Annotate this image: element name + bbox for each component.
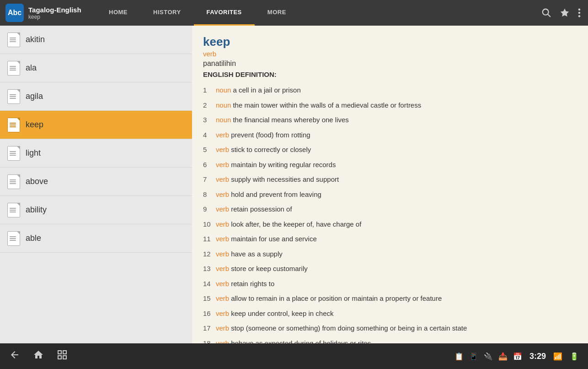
clipboard-icon: 📋	[454, 352, 464, 361]
list-item: 7verbsupply with necessities and support	[203, 172, 577, 187]
list-item: 16verbkeep under control, keep in check	[203, 306, 577, 321]
list-item: 11verbmaintain for use and service	[203, 232, 577, 247]
list-item: 1nouna cell in a jail or prison	[203, 83, 577, 98]
entry-text: maintain by writing regular records	[231, 160, 336, 170]
entry-pos: verb	[216, 249, 229, 260]
top-actions	[534, 8, 588, 18]
entry-num: 13	[203, 264, 214, 274]
tab-home[interactable]: HOME	[96, 0, 140, 26]
entry-num: 7	[203, 174, 214, 185]
entry-pos: verb	[216, 309, 229, 319]
entry-num: 18	[203, 338, 214, 344]
sidebar: akitin ala agila keep light above abilit…	[0, 26, 192, 343]
status-time: 3:29	[529, 352, 546, 361]
bottom-nav	[9, 349, 68, 363]
def-entries: 1nouna cell in a jail or prison2nounthe …	[203, 83, 577, 343]
entry-num: 17	[203, 323, 214, 334]
entry-pos: verb	[216, 219, 229, 230]
entry-text: supply with necessities and support	[231, 174, 339, 185]
back-button[interactable]	[9, 349, 20, 363]
entry-num: 8	[203, 190, 214, 200]
entry-pos: verb	[216, 293, 229, 304]
download-icon: 📥	[498, 352, 508, 361]
entry-pos: verb	[216, 174, 229, 185]
app-icon: Abc	[5, 4, 24, 22]
entry-text: the main tower within the walls of a med…	[233, 100, 421, 111]
entry-text: prevent (food) from rotting	[231, 130, 310, 141]
list-item: 2nounthe main tower within the walls of …	[203, 98, 577, 113]
sidebar-item-light[interactable]: light	[0, 139, 192, 168]
entry-num: 10	[203, 219, 214, 230]
entry-pos: verb	[216, 190, 229, 200]
def-translation: panatilihin	[203, 60, 577, 68]
word-icon	[7, 146, 20, 161]
entry-text: retain rights to	[231, 279, 274, 289]
sidebar-word: ala	[26, 63, 37, 73]
list-item: 13verbstore or keep customarily	[203, 261, 577, 277]
recents-button[interactable]	[57, 349, 68, 363]
bottom-bar: 📋 📱 🔌 📥 📅 3:29 📶 🔋	[0, 343, 588, 369]
svg-line-1	[548, 14, 550, 16]
tab-history[interactable]: HISTORY	[140, 0, 194, 26]
entry-pos: verb	[216, 204, 229, 215]
tab-favorites[interactable]: FAVORITES	[194, 0, 255, 26]
app-title: Tagalog-English	[28, 6, 81, 14]
entry-text: stop (someone or something) from doing s…	[231, 323, 467, 334]
sidebar-word: able	[26, 233, 41, 243]
entry-text: keep under control, keep in check	[231, 309, 333, 319]
sidebar-word: above	[26, 177, 48, 186]
list-item: 12verbhave as a supply	[203, 247, 577, 262]
sidebar-item-agila[interactable]: agila	[0, 82, 192, 111]
wifi-icon: 📶	[553, 352, 562, 361]
entry-text: have as a supply	[231, 249, 283, 260]
def-section-title: ENGLISH DEFINITION:	[203, 71, 577, 78]
entry-num: 15	[203, 293, 214, 304]
sidebar-item-keep[interactable]: keep	[0, 111, 192, 139]
more-button[interactable]	[578, 8, 581, 18]
tab-more[interactable]: MORE	[255, 0, 299, 26]
entry-text: the financial means whereby one lives	[233, 115, 348, 125]
sidebar-word: light	[26, 148, 41, 158]
entry-pos: verb	[216, 264, 229, 274]
usb-icon: 🔌	[484, 352, 493, 361]
svg-point-5	[578, 15, 581, 17]
entry-text: retain possession of	[231, 204, 292, 215]
star-button[interactable]	[560, 8, 570, 18]
list-item: 5verbstick to correctly or closely	[203, 142, 577, 157]
phone-icon: 📱	[469, 352, 478, 361]
sidebar-item-ala[interactable]: ala	[0, 54, 192, 82]
word-icon	[7, 118, 20, 132]
svg-rect-9	[63, 356, 66, 359]
entry-text: look after, be the keeper of, have charg…	[231, 219, 361, 230]
list-item: 17verbstop (someone or something) from d…	[203, 321, 577, 336]
entry-num: 12	[203, 249, 214, 260]
sidebar-item-ability[interactable]: ability	[0, 196, 192, 224]
list-item: 14verbretain rights to	[203, 277, 577, 292]
home-button[interactable]	[33, 349, 44, 363]
sidebar-item-akitin[interactable]: akitin	[0, 26, 192, 54]
main-content: akitin ala agila keep light above abilit…	[0, 26, 588, 343]
entry-num: 1	[203, 85, 214, 96]
list-item: 10verblook after, be the keeper of, have…	[203, 217, 577, 232]
entry-text: behave as expected during of holidays or…	[231, 338, 371, 344]
sidebar-word: agila	[26, 92, 43, 101]
list-item: 3nounthe financial means whereby one liv…	[203, 113, 577, 128]
app-title-block: Tagalog-English keep	[28, 6, 81, 20]
svg-rect-7	[63, 351, 66, 354]
app-info: Abc Tagalog-English keep	[0, 4, 96, 22]
entry-text: store or keep customarily	[231, 264, 308, 274]
entry-text: allow to remain in a place or position o…	[231, 293, 442, 304]
list-item: 8verbhold and prevent from leaving	[203, 187, 577, 202]
svg-rect-6	[58, 351, 61, 354]
svg-marker-2	[561, 9, 569, 16]
entry-text: hold and prevent from leaving	[231, 190, 321, 200]
entry-pos: noun	[216, 100, 231, 111]
sidebar-item-able[interactable]: able	[0, 224, 192, 253]
entry-num: 14	[203, 279, 214, 289]
entry-num: 4	[203, 130, 214, 141]
entry-pos: verb	[216, 160, 229, 170]
sidebar-item-above[interactable]: above	[0, 168, 192, 196]
entry-pos: noun	[216, 115, 231, 125]
search-button[interactable]	[541, 8, 551, 18]
list-item: 4verbprevent (food) from rotting	[203, 128, 577, 143]
